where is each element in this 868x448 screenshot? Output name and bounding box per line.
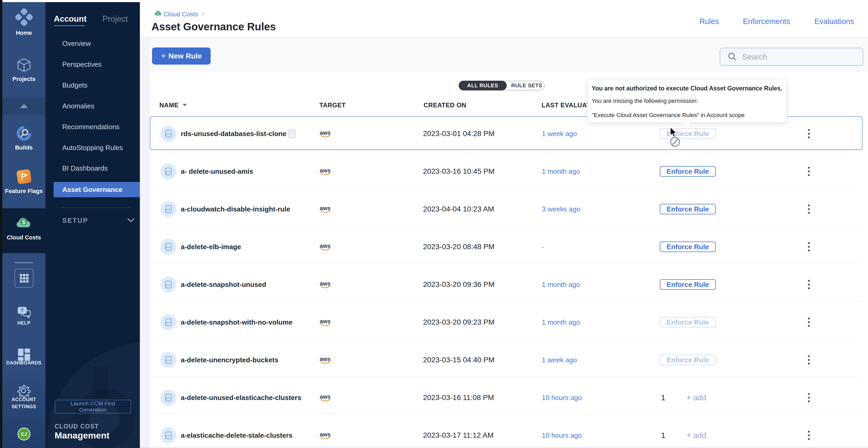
svg-text:</>: </> xyxy=(166,434,171,437)
svg-text:</>: </> xyxy=(166,321,171,324)
svg-text:</>: </> xyxy=(166,170,171,173)
svg-text:$: $ xyxy=(157,12,159,15)
svg-text:</>: </> xyxy=(166,245,171,249)
svg-text:</>: </> xyxy=(166,283,171,286)
svg-text:CJ: CJ xyxy=(21,432,27,437)
svg-text:</>: </> xyxy=(166,358,171,362)
svg-text:$: $ xyxy=(22,219,25,226)
svg-text:</>: </> xyxy=(166,396,171,400)
svg-text:</>: </> xyxy=(166,208,171,211)
